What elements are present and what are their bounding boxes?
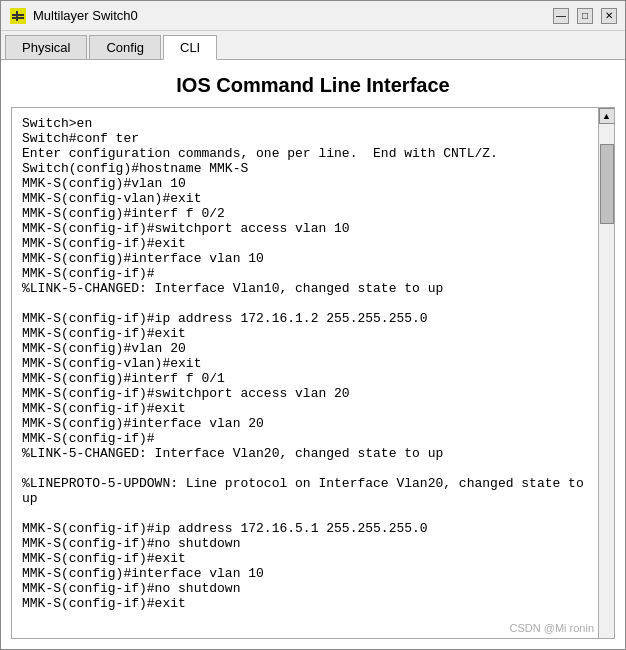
title-bar-left: Multilayer Switch0 bbox=[9, 7, 138, 25]
scrollbar-thumb[interactable] bbox=[600, 144, 614, 224]
app-icon bbox=[9, 7, 27, 25]
content-area: IOS Command Line Interface Switch>en Swi… bbox=[1, 60, 625, 649]
tab-cli[interactable]: CLI bbox=[163, 35, 217, 60]
minimize-button[interactable]: — bbox=[553, 8, 569, 24]
watermark: CSDN @Mi ronin bbox=[509, 622, 594, 634]
terminal-wrapper: Switch>en Switch#conf ter Enter configur… bbox=[11, 107, 615, 639]
title-bar: Multilayer Switch0 — □ ✕ bbox=[1, 1, 625, 31]
terminal-output[interactable]: Switch>en Switch#conf ter Enter configur… bbox=[12, 108, 598, 638]
close-button[interactable]: ✕ bbox=[601, 8, 617, 24]
tab-config[interactable]: Config bbox=[89, 35, 161, 59]
window-title: Multilayer Switch0 bbox=[33, 8, 138, 23]
maximize-button[interactable]: □ bbox=[577, 8, 593, 24]
svg-rect-3 bbox=[16, 11, 18, 21]
main-window: Multilayer Switch0 — □ ✕ Physical Config… bbox=[0, 0, 626, 650]
window-controls: — □ ✕ bbox=[553, 8, 617, 24]
tab-physical[interactable]: Physical bbox=[5, 35, 87, 59]
scrollbar: ▲ bbox=[598, 108, 614, 638]
scrollbar-up-arrow[interactable]: ▲ bbox=[599, 108, 615, 124]
section-title: IOS Command Line Interface bbox=[1, 60, 625, 107]
tab-bar: Physical Config CLI bbox=[1, 31, 625, 60]
